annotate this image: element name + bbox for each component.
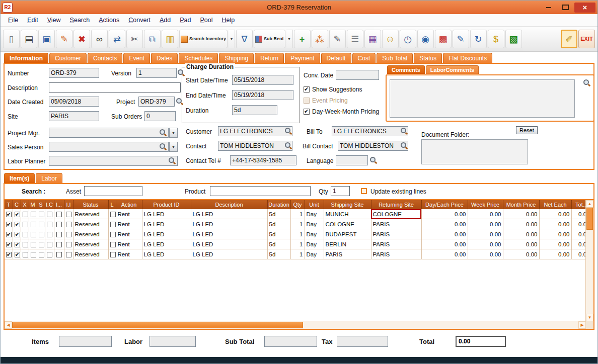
labor-total-field[interactable]: [150, 336, 196, 347]
vertical-scrollbar[interactable]: ▲ ▼: [585, 200, 593, 321]
column-header[interactable]: T: [5, 200, 13, 209]
sales-person-search-icon[interactable]: [160, 143, 167, 150]
number-field[interactable]: [49, 68, 99, 78]
contact-search-icon[interactable]: [285, 142, 292, 149]
total-cell[interactable]: 0.00: [571, 229, 586, 239]
row-s-checkbox[interactable]: [39, 222, 44, 227]
contact-tel-field[interactable]: [230, 155, 296, 165]
week-price-cell[interactable]: 0.00: [468, 209, 503, 219]
main-tab[interactable]: Information: [4, 53, 48, 63]
column-header[interactable]: Action: [116, 200, 142, 209]
dwm-pricing-checkbox[interactable]: [304, 109, 310, 115]
item-row[interactable]: Reserved Rent LG LED LG LED 5d 1 Day MUN…: [5, 209, 586, 219]
column-header[interactable]: L: [108, 200, 116, 209]
action-cell[interactable]: Rent: [116, 209, 142, 219]
copy-button[interactable]: ⧉: [144, 30, 161, 48]
week-price-cell[interactable]: 0.00: [468, 239, 503, 249]
status-cell[interactable]: Reserved: [73, 249, 108, 259]
main-tab[interactable]: Schedules: [179, 53, 218, 63]
net-each-cell[interactable]: 0.00: [539, 219, 571, 229]
project-field[interactable]: [138, 97, 175, 107]
main-tab[interactable]: Flat Discounts: [443, 53, 492, 63]
duration-cell[interactable]: 5d: [267, 229, 290, 239]
new-document-button[interactable]: ▯: [3, 30, 20, 48]
scroll-right-arrow[interactable]: ▶: [578, 321, 586, 329]
duration-field[interactable]: [232, 105, 277, 115]
labor-planner-field[interactable]: [49, 156, 178, 166]
unit-cell[interactable]: Day: [305, 229, 324, 239]
column-header[interactable]: Description: [191, 200, 267, 209]
language-search-icon[interactable]: [370, 157, 377, 164]
column-header[interactable]: I...: [54, 200, 64, 209]
add-line-button[interactable]: +: [294, 30, 311, 48]
column-header[interactable]: Tot...: [571, 200, 586, 209]
menu-item[interactable]: Convert: [124, 15, 155, 25]
paste-button[interactable]: ▥: [162, 30, 178, 48]
day-each-price-cell[interactable]: 0.00: [421, 209, 468, 219]
column-header[interactable]: C: [13, 200, 21, 209]
month-price-cell[interactable]: 0.00: [503, 219, 539, 229]
delete-button[interactable]: ✖: [73, 30, 90, 48]
edit-button[interactable]: ✎: [56, 30, 72, 48]
main-tab[interactable]: Return: [255, 53, 284, 63]
duration-cell[interactable]: 5d: [267, 239, 290, 249]
column-header[interactable]: Qty: [290, 200, 305, 209]
qty-field[interactable]: [331, 186, 350, 196]
row-t-checkbox[interactable]: [6, 242, 12, 247]
product-field[interactable]: [210, 186, 311, 196]
row-c-checkbox[interactable]: [15, 252, 20, 257]
unit-cell[interactable]: Day: [305, 219, 324, 229]
day-each-price-cell[interactable]: 0.00: [421, 229, 468, 239]
column-header[interactable]: Month Price: [503, 200, 539, 209]
print-button[interactable]: ▤: [21, 30, 37, 48]
duration-cell[interactable]: 5d: [267, 219, 290, 229]
sub-rent-button[interactable]: Sub Rent: [254, 30, 285, 48]
net-each-cell[interactable]: 0.00: [539, 239, 571, 249]
tab-items[interactable]: Item(s): [4, 173, 35, 183]
row-i-checkbox[interactable]: [56, 222, 62, 227]
qty-cell[interactable]: 1: [290, 249, 305, 259]
description-cell[interactable]: LG LED: [191, 209, 267, 219]
maximize-button[interactable]: [558, 3, 573, 13]
status-cell[interactable]: Reserved: [73, 209, 108, 219]
main-tab[interactable]: Customer: [49, 53, 87, 63]
memo-button[interactable]: ✎: [329, 30, 346, 48]
date-created-field[interactable]: [49, 97, 99, 107]
description-cell[interactable]: LG LED: [191, 249, 267, 259]
cube-button[interactable]: ▩: [435, 30, 452, 48]
net-each-cell[interactable]: 0.00: [539, 229, 571, 239]
item-row[interactable]: Reserved Rent LG LED LG LED 5d 1 Day PAR…: [5, 249, 586, 259]
menu-item[interactable]: Actions: [94, 15, 124, 25]
column-header[interactable]: I.I: [64, 200, 73, 209]
update-existing-lines-checkbox[interactable]: [361, 188, 367, 194]
row-l-checkbox[interactable]: [110, 212, 116, 217]
row-ii-checkbox[interactable]: [66, 252, 71, 257]
menu-item[interactable]: Help: [217, 15, 240, 25]
tab-labor[interactable]: Labor: [36, 173, 62, 183]
scroll-left-arrow[interactable]: ◀: [5, 321, 12, 329]
column-header[interactable]: Duration: [267, 200, 290, 209]
item-row[interactable]: Reserved Rent LG LED LG LED 5d 1 Day BER…: [5, 239, 586, 249]
menu-item[interactable]: Pool: [196, 15, 217, 25]
product-id-cell[interactable]: LG LED: [142, 219, 191, 229]
cut-button[interactable]: ✂: [126, 30, 143, 48]
globe-button[interactable]: ◉: [417, 30, 434, 48]
row-m-checkbox[interactable]: [31, 222, 36, 227]
week-price-cell[interactable]: 0.00: [468, 249, 503, 259]
money-button[interactable]: $: [488, 30, 504, 48]
bill-to-search-icon[interactable]: [401, 128, 408, 135]
row-t-checkbox[interactable]: [6, 232, 12, 237]
main-tab[interactable]: Default: [321, 53, 351, 63]
item-row[interactable]: Reserved Rent LG LED LG LED 5d 1 Day COL…: [5, 219, 586, 229]
column-header[interactable]: Status: [73, 200, 108, 209]
minimize-button[interactable]: [541, 3, 556, 13]
row-i-checkbox[interactable]: [56, 212, 62, 217]
unit-cell[interactable]: Day: [305, 249, 324, 259]
main-tab[interactable]: Shipping: [219, 53, 254, 63]
main-tab[interactable]: Cost: [352, 53, 376, 63]
comments-search-icon[interactable]: [583, 79, 590, 86]
report-button[interactable]: ▦: [364, 30, 381, 48]
pad-button[interactable]: ☰: [347, 30, 363, 48]
show-suggestions-checkbox[interactable]: [304, 86, 310, 93]
exit-button[interactable]: EXIT: [578, 30, 595, 48]
